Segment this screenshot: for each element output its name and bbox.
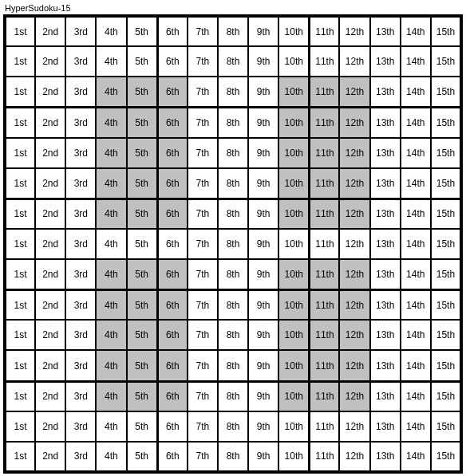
grid-cell[interactable]: 5th — [127, 107, 157, 137]
grid-cell[interactable]: 15th — [431, 229, 461, 259]
grid-cell[interactable]: 2nd — [35, 16, 65, 46]
grid-cell[interactable]: 12th — [339, 411, 369, 442]
grid-cell[interactable]: 11th — [309, 229, 339, 259]
grid-cell[interactable]: 2nd — [35, 107, 65, 137]
grid-cell[interactable]: 3rd — [65, 138, 96, 168]
grid-cell[interactable]: 15th — [431, 259, 461, 289]
grid-cell[interactable]: 12th — [339, 381, 369, 411]
grid-cell[interactable]: 12th — [339, 320, 369, 350]
grid-cell[interactable]: 11th — [309, 46, 339, 77]
grid-cell[interactable]: 1st — [5, 229, 35, 259]
grid-cell[interactable]: 2nd — [35, 46, 65, 77]
grid-cell[interactable]: 10th — [278, 46, 309, 77]
grid-cell[interactable]: 2nd — [35, 77, 65, 107]
grid-cell[interactable]: 4th — [96, 138, 126, 168]
grid-cell[interactable]: 4th — [96, 77, 126, 107]
grid-cell[interactable]: 9th — [248, 442, 278, 472]
grid-cell[interactable]: 4th — [96, 229, 126, 259]
grid-cell[interactable]: 1st — [5, 168, 35, 199]
grid-cell[interactable]: 6th — [157, 350, 188, 380]
grid-cell[interactable]: 1st — [5, 442, 35, 472]
grid-cell[interactable]: 10th — [278, 16, 309, 46]
grid-cell[interactable]: 3rd — [65, 229, 96, 259]
grid-cell[interactable]: 13th — [370, 199, 401, 229]
grid-cell[interactable]: 13th — [370, 16, 401, 46]
grid-cell[interactable]: 8th — [218, 107, 248, 137]
grid-cell[interactable]: 8th — [218, 442, 248, 472]
grid-cell[interactable]: 5th — [127, 199, 157, 229]
grid-cell[interactable]: 9th — [248, 259, 278, 289]
grid-cell[interactable]: 9th — [248, 16, 278, 46]
grid-cell[interactable]: 15th — [431, 442, 461, 472]
grid-cell[interactable]: 8th — [218, 229, 248, 259]
grid-cell[interactable]: 12th — [339, 168, 369, 199]
grid-cell[interactable]: 9th — [248, 138, 278, 168]
grid-cell[interactable]: 10th — [278, 442, 309, 472]
grid-cell[interactable]: 3rd — [65, 259, 96, 289]
grid-cell[interactable]: 4th — [96, 381, 126, 411]
grid-cell[interactable]: 3rd — [65, 107, 96, 137]
grid-cell[interactable]: 7th — [188, 259, 218, 289]
grid-cell[interactable]: 13th — [370, 229, 401, 259]
grid-cell[interactable]: 12th — [339, 77, 369, 107]
grid-cell[interactable]: 9th — [248, 381, 278, 411]
grid-cell[interactable]: 7th — [188, 229, 218, 259]
grid-cell[interactable]: 3rd — [65, 411, 96, 442]
grid-cell[interactable]: 8th — [218, 77, 248, 107]
grid-cell[interactable]: 13th — [370, 289, 401, 320]
grid-cell[interactable]: 4th — [96, 199, 126, 229]
grid-cell[interactable]: 9th — [248, 46, 278, 77]
grid-cell[interactable]: 12th — [339, 289, 369, 320]
grid-cell[interactable]: 15th — [431, 199, 461, 229]
grid-cell[interactable]: 8th — [218, 199, 248, 229]
grid-cell[interactable]: 15th — [431, 320, 461, 350]
grid-cell[interactable]: 13th — [370, 442, 401, 472]
grid-cell[interactable]: 10th — [278, 381, 309, 411]
grid-cell[interactable]: 1st — [5, 381, 35, 411]
grid-cell[interactable]: 6th — [157, 320, 188, 350]
grid-cell[interactable]: 12th — [339, 46, 369, 77]
grid-cell[interactable]: 10th — [278, 320, 309, 350]
grid-cell[interactable]: 7th — [188, 46, 218, 77]
grid-cell[interactable]: 12th — [339, 259, 369, 289]
grid-cell[interactable]: 7th — [188, 199, 218, 229]
grid-cell[interactable]: 12th — [339, 229, 369, 259]
grid-cell[interactable]: 2nd — [35, 168, 65, 199]
grid-cell[interactable]: 8th — [218, 381, 248, 411]
grid-cell[interactable]: 12th — [339, 16, 369, 46]
grid-cell[interactable]: 5th — [127, 289, 157, 320]
grid-cell[interactable]: 6th — [157, 259, 188, 289]
grid-cell[interactable]: 6th — [157, 411, 188, 442]
grid-cell[interactable]: 11th — [309, 442, 339, 472]
grid-cell[interactable]: 5th — [127, 381, 157, 411]
grid-cell[interactable]: 2nd — [35, 320, 65, 350]
grid-cell[interactable]: 12th — [339, 138, 369, 168]
grid-cell[interactable]: 10th — [278, 199, 309, 229]
grid-cell[interactable]: 8th — [218, 16, 248, 46]
grid-cell[interactable]: 13th — [370, 138, 401, 168]
grid-cell[interactable]: 6th — [157, 138, 188, 168]
grid-cell[interactable]: 3rd — [65, 16, 96, 46]
grid-cell[interactable]: 1st — [5, 107, 35, 137]
grid-cell[interactable]: 4th — [96, 46, 126, 77]
grid-cell[interactable]: 1st — [5, 289, 35, 320]
grid-cell[interactable]: 14th — [401, 350, 431, 380]
grid-cell[interactable]: 10th — [278, 77, 309, 107]
grid-cell[interactable]: 8th — [218, 46, 248, 77]
grid-cell[interactable]: 6th — [157, 442, 188, 472]
grid-cell[interactable]: 1st — [5, 350, 35, 380]
grid-cell[interactable]: 13th — [370, 77, 401, 107]
grid-cell[interactable]: 14th — [401, 77, 431, 107]
grid-cell[interactable]: 3rd — [65, 350, 96, 380]
grid-cell[interactable]: 1st — [5, 77, 35, 107]
grid-cell[interactable]: 4th — [96, 289, 126, 320]
grid-cell[interactable]: 4th — [96, 320, 126, 350]
grid-cell[interactable]: 6th — [157, 107, 188, 137]
grid-cell[interactable]: 11th — [309, 381, 339, 411]
grid-cell[interactable]: 5th — [127, 138, 157, 168]
grid-cell[interactable]: 8th — [218, 289, 248, 320]
grid-cell[interactable]: 11th — [309, 320, 339, 350]
grid-cell[interactable]: 14th — [401, 168, 431, 199]
grid-cell[interactable]: 8th — [218, 411, 248, 442]
grid-cell[interactable]: 7th — [188, 77, 218, 107]
